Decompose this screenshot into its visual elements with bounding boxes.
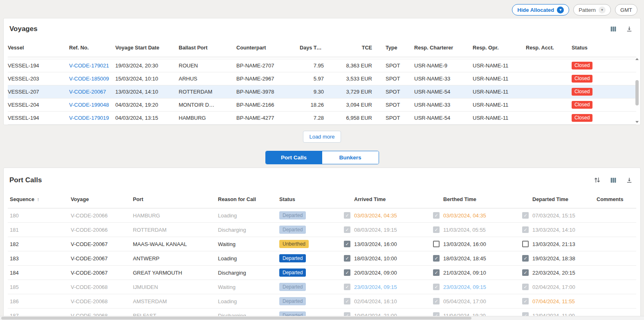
departed-checkbox[interactable] <box>522 212 529 219</box>
port-calls-column-header-port[interactable]: Port <box>133 197 218 202</box>
departed-checkbox[interactable] <box>522 269 529 276</box>
download-icon[interactable] <box>625 176 634 185</box>
voyage-cell-counterpart: BP-NAME-4277 <box>236 115 300 121</box>
port-call-cell-status: Departed <box>279 254 344 262</box>
voyages-column-header-days-total[interactable]: Days Total <box>300 45 330 51</box>
port-call-row[interactable]: 185V-CODE-20068IJMUIDENWaitingDeparted23… <box>8 280 636 294</box>
voyages-column-header-status[interactable]: Status <box>572 45 636 51</box>
port-call-cell-sequence: 185 <box>8 284 71 290</box>
berthed-checkbox[interactable] <box>433 241 440 247</box>
port-call-row[interactable]: 186V-CODE-20068AMSTERDAMLoadingDeparted0… <box>8 294 636 309</box>
voyages-column-header-type[interactable]: Type <box>379 45 414 51</box>
voyages-column-header-vessel[interactable]: Vessel <box>8 45 69 51</box>
berthed-checkbox[interactable] <box>433 284 440 290</box>
port-call-status-badge: Unberthed <box>279 240 309 248</box>
voyage-ref-link[interactable]: V-CODE-179021 <box>69 63 109 69</box>
voyages-column-header-counterpart[interactable]: Counterpart <box>236 45 300 51</box>
port-call-row[interactable]: 183V-CODE-20067ANTWERPLoadingDeparted18/… <box>8 251 636 266</box>
port-calls-panel: Port Calls Sequence↑VoyagePortReason for… <box>3 168 641 320</box>
voyages-column-header-tce[interactable]: TCE <box>330 45 379 51</box>
download-icon[interactable] <box>625 25 634 34</box>
departed-time-text: 13/03/2024, 21:13 <box>532 241 575 247</box>
arrived-checkbox[interactable] <box>344 284 350 290</box>
departed-time-text: 07/03/2024, 15:15 <box>532 213 575 219</box>
arrived-checkbox[interactable] <box>344 241 350 247</box>
scroll-up-icon[interactable] <box>635 58 639 60</box>
tab-bunkers[interactable]: Bunkers <box>322 151 379 164</box>
load-more-container: Load more <box>0 131 644 143</box>
voyage-cell-ref: V-CODE-199048 <box>69 102 115 108</box>
voyage-row[interactable]: VESSEL-194V-CODE-17901904/03/2024, 13:15… <box>8 112 636 125</box>
departed-checkbox[interactable] <box>522 255 529 262</box>
voyage-ref-link[interactable]: V-CODE-199048 <box>69 102 109 108</box>
port-calls-column-header-voyage[interactable]: Voyage <box>71 197 133 202</box>
arrived-checkbox[interactable] <box>344 269 350 276</box>
load-more-button[interactable]: Load more <box>303 131 341 143</box>
port-call-row[interactable]: 181V-CODE-20066ROTTERDAMDischargingDepar… <box>8 223 636 237</box>
port-calls-column-header-reason-for-call[interactable]: Reason for Call <box>218 197 279 202</box>
port-calls-column-header-arrived-time[interactable]: Arrived Time <box>344 197 433 202</box>
arrived-checkbox[interactable] <box>344 226 350 233</box>
columns-icon[interactable] <box>609 176 618 185</box>
voyages-column-header-voyage-start-date[interactable]: Voyage Start Date <box>115 45 179 51</box>
sort-icon[interactable] <box>592 175 602 185</box>
port-call-row[interactable]: 182V-CODE-20067MAAS-WAAL KANAALWaitingUn… <box>8 237 636 251</box>
port-calls-actions <box>592 175 634 185</box>
topbar: Hide Allocated ▾ Pattern ▾ GMT <box>0 0 644 18</box>
port-call-cell-reason: Waiting <box>218 241 279 247</box>
pattern-button[interactable]: Pattern ▾ <box>573 4 611 16</box>
hide-allocated-button[interactable]: Hide Allocated ▾ <box>512 4 569 16</box>
voyage-row[interactable]: VESSEL-194V-CODE-17902119/03/2024, 20:30… <box>8 59 636 72</box>
port-calls-column-header-status[interactable]: Status <box>279 197 344 202</box>
port-call-cell-port: IJMUIDEN <box>133 284 218 290</box>
berthed-checkbox[interactable] <box>433 269 440 276</box>
voyage-ref-link[interactable]: V-CODE-179019 <box>69 115 109 121</box>
berthed-checkbox[interactable] <box>433 226 440 233</box>
port-calls-column-header-comments[interactable]: Comments <box>592 197 636 202</box>
departed-checkbox[interactable] <box>522 226 529 233</box>
berthed-time-text: 18/03/2024, 18:45 <box>443 255 486 262</box>
gmt-button[interactable]: GMT <box>615 4 637 16</box>
port-call-cell-reason: Loading <box>218 255 279 262</box>
berthed-time-text: 21/03/2024, 09:10 <box>443 270 486 276</box>
arrived-checkbox[interactable] <box>344 298 350 304</box>
voyage-cell-type: SPOT <box>379 89 414 95</box>
berthed-checkbox[interactable] <box>433 255 440 262</box>
scroll-down-icon[interactable] <box>635 121 639 123</box>
port-call-cell-departed-time: 13/03/2024, 21:13 <box>522 241 592 247</box>
arrived-checkbox[interactable] <box>344 212 350 219</box>
tab-port-calls[interactable]: Port Calls <box>266 151 322 164</box>
columns-icon[interactable] <box>609 25 618 34</box>
departed-checkbox[interactable] <box>522 241 529 247</box>
berthed-checkbox[interactable] <box>433 298 440 304</box>
voyages-column-header-resp-charterer[interactable]: Resp. Charterer <box>414 45 473 51</box>
berthed-checkbox[interactable] <box>433 212 440 219</box>
voyage-status-badge: Closed <box>572 88 592 95</box>
scrollbar-thumb[interactable] <box>635 80 639 105</box>
voyages-column-header-ballast-port[interactable]: Ballast Port <box>179 45 236 51</box>
arrived-checkbox[interactable] <box>344 255 350 262</box>
horizontal-scrollbar[interactable] <box>0 316 644 320</box>
port-calls-body: 180V-CODE-20066HAMBURGLoadingDeparted03/… <box>8 208 636 320</box>
port-calls-column-header-departed-time[interactable]: Departed Time <box>522 197 592 202</box>
port-call-cell-berthed-time: 05/04/2024, 17:00 <box>433 298 522 304</box>
departed-checkbox[interactable] <box>522 298 529 304</box>
voyage-ref-link[interactable]: V-CODE-20067 <box>69 89 106 95</box>
voyage-row[interactable]: VESSEL-203V-CODE-18500915/03/2024, 10:10… <box>8 72 636 85</box>
voyages-column-header-ref-no[interactable]: Ref. No. <box>69 45 115 51</box>
voyage-ref-link[interactable]: V-CODE-185009 <box>69 76 109 82</box>
port-calls-column-header-sequence[interactable]: Sequence↑ <box>8 196 71 202</box>
voyages-column-header-resp-acct[interactable]: Resp. Acct. <box>526 45 572 51</box>
port-call-row[interactable]: 180V-CODE-20066HAMBURGLoadingDeparted03/… <box>8 208 636 223</box>
departed-checkbox[interactable] <box>522 284 529 290</box>
voyage-cell-ballast: ROUEN <box>179 63 236 69</box>
port-call-row[interactable]: 184V-CODE-20067GREAT YARMOUTHDischarging… <box>8 266 636 280</box>
voyages-column-header-resp-opr[interactable]: Resp. Opr. <box>473 45 526 51</box>
port-calls-column-header-berthed-time[interactable]: Berthed Time <box>433 197 522 202</box>
voyage-row[interactable]: VESSEL-207V-CODE-2006713/03/2024, 14:10R… <box>8 85 636 98</box>
voyage-row[interactable]: VESSEL-204V-CODE-19904804/03/2024, 19:20… <box>8 98 636 112</box>
voyage-cell-vessel: VESSEL-194 <box>8 63 69 69</box>
voyage-status-badge: Closed <box>572 101 592 108</box>
voyages-scrollbar[interactable] <box>635 58 640 123</box>
scrollbar-thumb[interactable] <box>1 317 471 320</box>
